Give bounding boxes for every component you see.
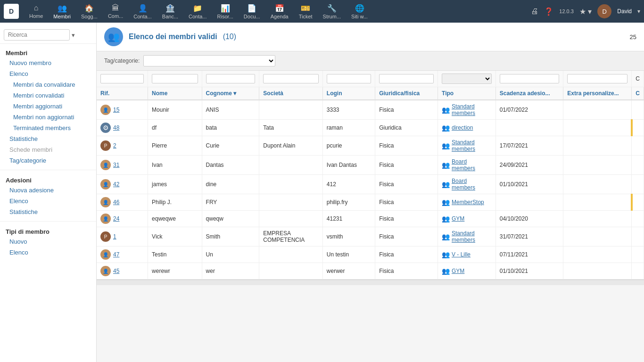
table-row[interactable]: 👤 42 james dine 412 Fisica 👥 Board membe… [97,175,644,194]
sidebar-item-statistiche-adesioni[interactable]: Statistiche [0,206,96,217]
table-row[interactable]: 👤 31 Ivan Dantas Ivan Dantas Fisica 👥 Bo… [97,156,644,175]
tipo-link[interactable]: 👥 direction [442,124,492,132]
nav-item-conta[interactable]: 👤Conta... [129,2,157,21]
nav-item-risorse[interactable]: 📊Risor... [213,2,238,21]
col-nome[interactable]: Nome [148,87,202,100]
nav-label-risorse: Risor... [217,14,233,19]
sidebar-item-nuova-adesione[interactable]: Nuova adesione [0,185,96,196]
nav-item-home[interactable]: ⌂Home [25,2,48,21]
avatar[interactable]: D [597,4,611,18]
members-table: C Rif. Nome Cognome ▾ Società Login Giur… [97,71,644,280]
filter-societa[interactable] [263,74,319,83]
sidebar-item-elenco[interactable]: Elenco [0,68,96,79]
search-input[interactable] [4,29,70,41]
search-dropdown-icon[interactable]: ▾ [72,32,75,39]
sidebar-item-elenco-tipo[interactable]: Elenco [0,247,96,258]
member-link[interactable]: 31 [113,162,119,168]
table-row[interactable]: P 1 Vick Smith EMPRESA COMPETENCIA vsmit… [97,227,644,247]
tipo-link[interactable]: 👥 GYM [442,215,492,222]
table-row[interactable]: 👤 47 Testin Un Un testin Fisica 👥 V - Li… [97,247,644,263]
cell-giuridica: Fisica [375,100,438,120]
member-link[interactable]: 1 [113,233,116,240]
user-dropdown-icon[interactable]: ▾ [637,8,640,15]
filter-extra[interactable] [567,74,627,83]
tipo-link[interactable]: 👥 Board members [442,158,492,172]
cell-giuridica: Fisica [375,194,438,211]
nav-item-strumenti[interactable]: 🔧Strum... [318,2,346,21]
nav-item-docu[interactable]: 📄Docu... [239,2,265,21]
filter-scadenza[interactable] [500,74,560,83]
table-row[interactable]: 👤 45 werewr wer werwer Fisica 👥 GYM 01/1… [97,263,644,280]
sidebar-item-schede-membri[interactable]: Schede membri [0,144,96,155]
col-societa[interactable]: Società [259,87,323,100]
table-row[interactable]: 👤 15 Mounir ANIS 3333 Fisica 👥 Standard … [97,100,644,120]
col-tipo[interactable]: Tipo [438,87,496,100]
tipo-link[interactable]: 👥 Standard members [442,103,492,116]
member-link[interactable]: 45 [113,268,119,274]
sidebar-item-membri-non-aggiornati[interactable]: Membri non aggiornati [0,112,96,123]
member-link[interactable]: 2 [113,142,116,149]
sidebar-item-membri-convalidati[interactable]: Membri convalidati [0,90,96,101]
member-link[interactable]: 48 [113,124,119,131]
member-link[interactable]: 46 [113,199,119,206]
sidebar-item-nuovo-tipo[interactable]: Nuovo [0,236,96,247]
col-rif[interactable]: Rif. [97,87,148,100]
tipo-link[interactable]: 👥 Standard members [442,139,492,152]
cell-login: raman [322,120,375,136]
tag-filter-select[interactable] [143,55,275,66]
cell-cognome: Un [202,247,259,263]
tipo-link[interactable]: 👥 MemberStop [442,198,492,206]
app-logo[interactable]: D [4,4,19,19]
print-icon[interactable]: 🖨 [531,7,538,16]
cell-login: 3333 [322,100,375,120]
member-link[interactable]: 47 [113,251,119,258]
nav-item-com[interactable]: 🏛Com... [103,2,128,21]
bottom-scrollbar[interactable] [97,280,644,285]
filter-rif[interactable] [100,74,144,83]
col-action[interactable]: C [632,87,644,100]
sidebar-item-membri-aggiornati[interactable]: Membri aggiornati [0,101,96,112]
filter-giuridica[interactable] [379,74,434,83]
member-avatar: 👤 [100,179,111,189]
filter-tipo[interactable] [442,74,492,84]
member-link[interactable]: 15 [113,107,119,113]
filter-cognome[interactable] [206,74,256,83]
cell-nome: eqweqwe [148,211,202,227]
cell-scadenza: 24/09/2021 [495,156,563,175]
member-link[interactable]: 42 [113,181,119,188]
sidebar-item-statistiche[interactable]: Statistiche [0,133,96,144]
nav-item-conta2[interactable]: 📁Conta... [184,2,212,21]
tipo-link[interactable]: 👥 Board members [442,178,492,191]
cell-rif: 👤 47 [97,247,148,263]
member-link[interactable]: 24 [113,215,119,222]
filter-nome[interactable] [152,74,198,83]
nav-item-membri[interactable]: 👥Membri [49,2,75,21]
table-row[interactable]: 👤 24 eqweqwe qweqw 41231 Fisica 👥 GYM 04… [97,211,644,227]
group-icon: 👥 [442,106,450,114]
table-row[interactable]: 👤 46 Philip J. FRY philip.fry Fisica 👥 M… [97,194,644,211]
tipo-link[interactable]: 👥 GYM [442,267,492,275]
col-extra[interactable]: Extra personalize... [563,87,632,100]
col-cognome[interactable]: Cognome ▾ [202,87,259,100]
sidebar-item-tag-categorie[interactable]: Tag/categorie [0,155,96,166]
sidebar-item-membri-da-convalidare[interactable]: Membri da convalidare [0,79,96,90]
tipo-link[interactable]: 👥 Standard members [442,230,492,243]
table-row[interactable]: ⚙ 48 df bata Tata raman Giuridica 👥 dire… [97,120,644,136]
nav-item-soggiorno[interactable]: 🏠Sogg... [76,2,102,21]
nav-item-siti[interactable]: 🌐Siti w... [347,2,372,21]
help-icon[interactable]: ❓ [544,7,553,16]
nav-item-ticket[interactable]: 🎫Ticket [294,2,317,21]
sidebar-item-terminated-members[interactable]: Terminated members [0,123,96,133]
col-scadenza[interactable]: Scadenza adesio... [495,87,563,100]
star-icon[interactable]: ★ ▾ [579,7,592,16]
user-name[interactable]: David [617,8,632,15]
table-row[interactable]: P 2 Pierre Curie Dupont Alain pcurie Fis… [97,136,644,156]
nav-item-agenda[interactable]: 📅Agenda [266,2,293,21]
col-giuridica[interactable]: Giuridica/fisica [375,87,438,100]
col-login[interactable]: Login [322,87,375,100]
nav-item-banc[interactable]: 🏦Banc... [157,2,183,21]
filter-login[interactable] [327,74,371,83]
sidebar-item-nuovo-membro[interactable]: Nuovo membro [0,58,96,68]
sidebar-item-elenco-adesioni[interactable]: Elenco [0,196,96,206]
tipo-link[interactable]: 👥 V - Lille [442,251,492,258]
